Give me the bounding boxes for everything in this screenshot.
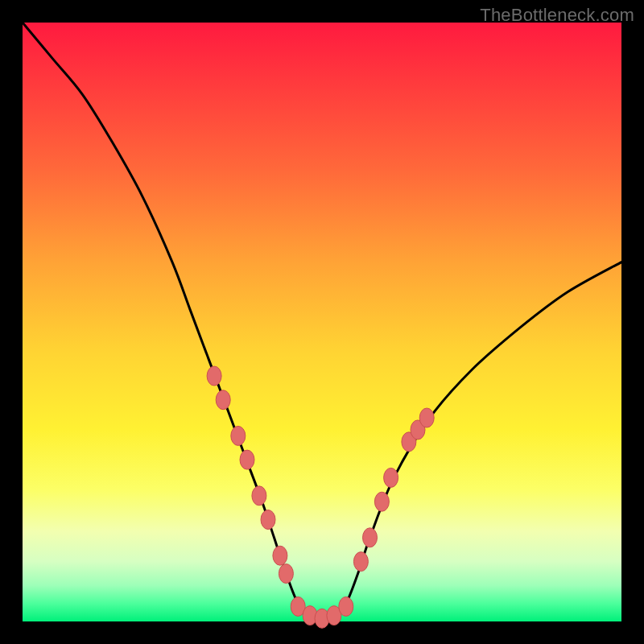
curve-marker	[231, 426, 246, 445]
curve-marker	[419, 408, 434, 427]
curve-marker	[363, 528, 378, 547]
watermark-text: TheBottleneck.com	[480, 5, 634, 26]
curve-marker	[339, 597, 353, 616]
plot-area	[23, 23, 621, 621]
curve-marker	[252, 486, 266, 506]
bottleneck-curve	[23, 23, 621, 621]
curve-marker	[374, 492, 389, 511]
curve-markers	[207, 366, 434, 628]
curve-marker	[279, 564, 293, 584]
curve-marker	[240, 450, 254, 469]
curve-marker	[273, 546, 287, 565]
curve-marker	[384, 468, 398, 487]
curve-marker	[207, 366, 221, 386]
chart-frame: TheBottleneck.com	[0, 0, 644, 644]
bottleneck-curve-svg	[23, 23, 621, 621]
curve-marker	[216, 390, 230, 410]
curve-marker	[353, 552, 368, 572]
curve-marker	[261, 510, 275, 530]
